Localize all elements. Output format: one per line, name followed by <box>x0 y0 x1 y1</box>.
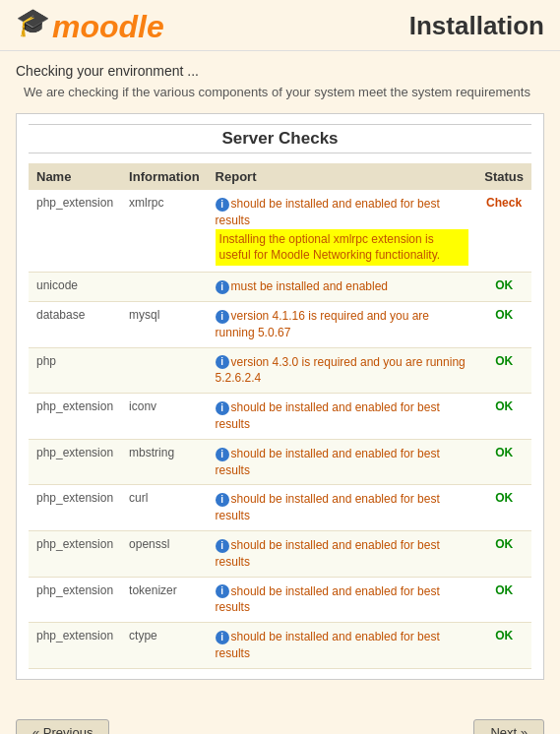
checks-table: Name Information Report Status php_exten… <box>29 163 531 669</box>
logo: 🎓 moodle <box>16 10 164 42</box>
next-button[interactable]: Next » <box>473 719 544 734</box>
footer-buttons: « Previous Next » <box>0 711 560 734</box>
cell-report: imust be installed and enabled <box>208 273 477 302</box>
cell-info <box>121 273 208 302</box>
cell-name: php_extension <box>29 530 121 577</box>
cell-name: database <box>29 301 121 347</box>
info-icon: i <box>216 631 229 644</box>
cell-name: php_extension <box>29 623 121 669</box>
table-row: unicodeimust be installed and enabledOK <box>29 273 531 302</box>
cell-info: mbstring <box>121 439 208 485</box>
table-container: Server Checks Name Information Report St… <box>16 113 544 680</box>
cell-report: iversion 4.1.16 is required and you are … <box>208 301 477 347</box>
cell-info: tokenizer <box>121 577 208 623</box>
cell-name: php <box>29 347 121 394</box>
table-row: php_extensioncurlishould be installed an… <box>29 485 531 531</box>
cell-status: OK <box>476 530 531 577</box>
header: 🎓 moodle Installation <box>0 0 560 51</box>
info-icon: i <box>216 401 229 415</box>
cell-status: OK <box>476 577 531 623</box>
cell-status: OK <box>476 301 531 347</box>
info-icon: i <box>216 198 229 212</box>
table-row: php_extensiontokenizerishould be install… <box>29 577 531 623</box>
previous-button[interactable]: « Previous <box>16 719 109 734</box>
cell-info <box>121 347 208 394</box>
cell-status: OK <box>476 394 531 440</box>
cell-report: ishould be installed and enabled for bes… <box>208 439 477 485</box>
table-title: Server Checks <box>29 124 531 153</box>
table-row: databasemysqliversion 4.1.16 is required… <box>29 301 531 347</box>
table-row: php_extensionxmlrpcishould be installed … <box>29 190 531 273</box>
table-row: php_extensionctypeishould be installed a… <box>29 623 531 669</box>
info-icon: i <box>216 310 229 324</box>
table-row: phpiversion 4.3.0 is required and you ar… <box>29 347 531 394</box>
cell-name: php_extension <box>29 439 121 485</box>
cell-info: iconv <box>121 394 208 440</box>
info-icon: i <box>216 448 229 461</box>
table-row: php_extensionopensslishould be installed… <box>29 530 531 577</box>
report-text: ishould be installed and enabled for bes… <box>216 197 440 227</box>
cell-report: ishould be installed and enabled for bes… <box>208 190 477 273</box>
col-status: Status <box>476 163 531 190</box>
cell-name: php_extension <box>29 190 121 273</box>
logo-text: moodle <box>52 11 164 42</box>
logo-hat-icon: 🎓 <box>16 6 50 38</box>
info-icon: i <box>216 539 229 553</box>
info-icon: i <box>216 355 229 369</box>
cell-status: OK <box>476 347 531 394</box>
cell-report: ishould be installed and enabled for bes… <box>208 623 477 669</box>
cell-info: xmlrpc <box>121 190 208 273</box>
col-information: Information <box>121 163 208 190</box>
cell-name: php_extension <box>29 394 121 440</box>
cell-report: ishould be installed and enabled for bes… <box>208 485 477 531</box>
cell-info: ctype <box>121 623 208 669</box>
cell-info: mysql <box>121 301 208 347</box>
cell-status: OK <box>476 439 531 485</box>
col-name: Name <box>29 163 121 190</box>
cell-info: openssl <box>121 530 208 577</box>
page-title: Installation <box>409 11 544 41</box>
cell-status: OK <box>476 623 531 669</box>
cell-status: Check <box>476 190 531 273</box>
cell-status: OK <box>476 485 531 531</box>
cell-report: iversion 4.3.0 is required and you are r… <box>208 347 477 394</box>
info-icon: i <box>216 584 229 598</box>
checking-text: Checking your environment ... <box>16 63 544 79</box>
info-icon: i <box>216 493 229 507</box>
table-header-row: Name Information Report Status <box>29 163 531 190</box>
info-icon: i <box>216 280 229 294</box>
cell-status: OK <box>476 273 531 302</box>
table-row: php_extensionmbstringishould be installe… <box>29 439 531 485</box>
main-content: Checking your environment ... We are che… <box>0 51 560 707</box>
cell-report: ishould be installed and enabled for bes… <box>208 577 477 623</box>
cell-name: php_extension <box>29 485 121 531</box>
table-row: php_extensioniconvishould be installed a… <box>29 394 531 440</box>
description-text: We are checking if the various component… <box>16 85 544 99</box>
cell-report: ishould be installed and enabled for bes… <box>208 394 477 440</box>
report-highlight: Installing the optional xmlrpc extension… <box>216 229 469 267</box>
cell-report: ishould be installed and enabled for bes… <box>208 530 477 577</box>
cell-name: php_extension <box>29 577 121 623</box>
col-report: Report <box>208 163 477 190</box>
cell-name: unicode <box>29 273 121 302</box>
cell-info: curl <box>121 485 208 531</box>
